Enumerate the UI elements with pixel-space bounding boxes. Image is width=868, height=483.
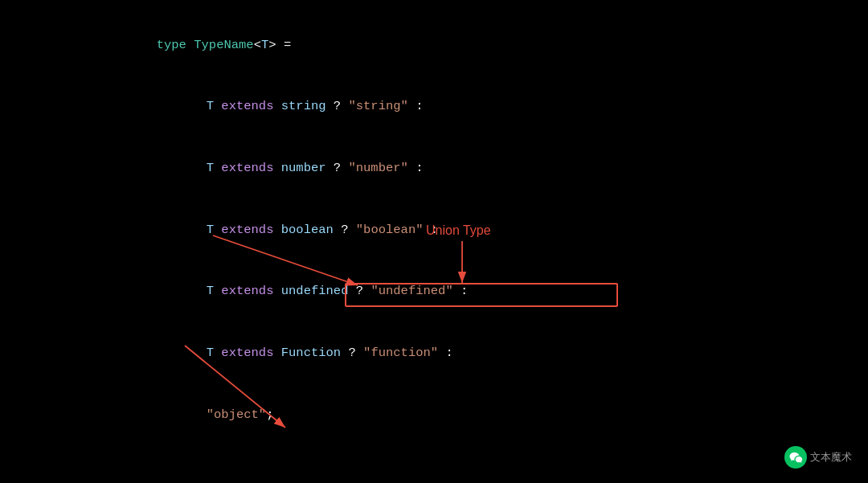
code-line-1: type TypeName<T> = bbox=[64, 14, 804, 76]
annotation-string-function: "string" | "function" bbox=[64, 466, 804, 483]
code-line-6: T extends Function ? "function" : bbox=[64, 322, 804, 384]
code-line-2: T extends string ? "string" : bbox=[64, 76, 804, 138]
code-line-7: "object"; bbox=[64, 384, 804, 446]
watermark: 文本魔术 bbox=[784, 446, 852, 469]
code-line-5: T extends undefined ? "undefined" : bbox=[64, 261, 804, 323]
code-line-4: T extends boolean ? "boolean" : bbox=[64, 199, 804, 261]
code-area: type TypeName<T> = T extends string ? "s… bbox=[0, 0, 868, 483]
wechat-icon bbox=[784, 446, 807, 469]
code-line-3: T extends number ? "number" : bbox=[64, 137, 804, 199]
code-blank-1 bbox=[64, 446, 804, 467]
watermark-text: 文本魔术 bbox=[810, 450, 852, 465]
